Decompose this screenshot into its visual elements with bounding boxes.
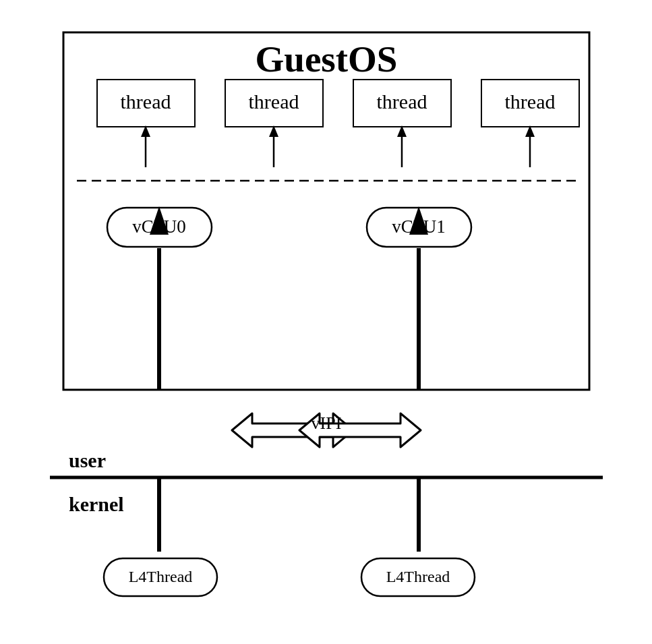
svg-marker-22 (299, 413, 421, 447)
vcpu1-label: vCPU1 (392, 216, 446, 237)
user-label: user (69, 449, 106, 471)
thread-2-label: thread (248, 90, 299, 113)
diagram-wrapper: thread thread thread thread vCPU0 vCPU1 (50, 26, 603, 619)
svg-marker-8 (269, 125, 278, 137)
svg-marker-10 (397, 125, 407, 137)
main-diagram-svg: thread thread thread thread vCPU0 vCPU1 (50, 26, 603, 619)
thread-4-label: thread (504, 90, 555, 113)
svg-marker-19 (409, 206, 428, 235)
svg-rect-0 (63, 32, 589, 390)
l4thread-1-label: L4Thread (128, 568, 192, 585)
svg-rect-15 (367, 208, 471, 247)
thread-1-label: thread (120, 90, 171, 113)
svg-rect-3 (353, 80, 451, 127)
svg-rect-1 (97, 80, 195, 127)
svg-rect-4 (481, 80, 579, 127)
svg-marker-21 (232, 413, 353, 447)
svg-rect-14 (107, 208, 212, 247)
thread-3-label: thread (376, 90, 427, 113)
kernel-label: kernel (69, 493, 124, 515)
svg-marker-6 (141, 125, 150, 137)
svg-rect-2 (225, 80, 323, 127)
svg-marker-12 (525, 125, 535, 137)
svg-marker-17 (150, 206, 169, 235)
vipi-label: vIPI (311, 413, 341, 433)
svg-rect-25 (104, 558, 217, 596)
l4thread-2-label: L4Thread (386, 568, 450, 585)
vcpu0-label: vCPU0 (132, 216, 186, 237)
svg-rect-26 (361, 558, 475, 596)
guest-os-title: GuestOS (255, 38, 397, 80)
